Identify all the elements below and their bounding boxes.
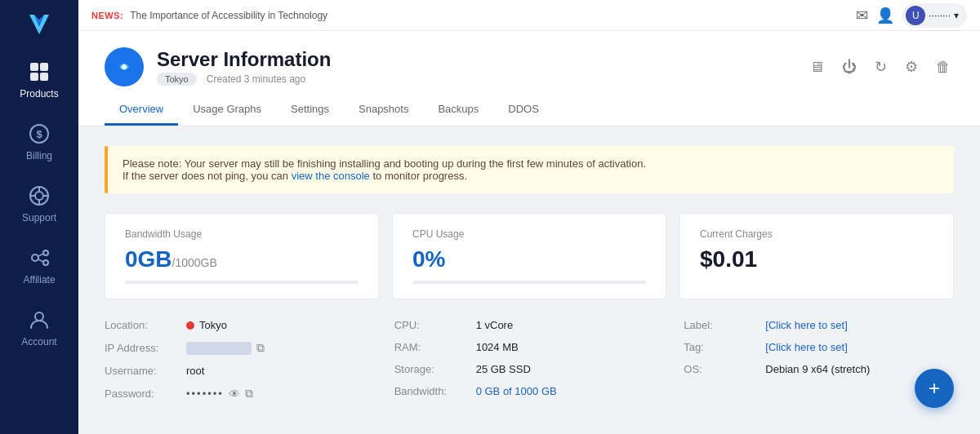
mail-icon[interactable]: ✉ (856, 7, 868, 24)
password-dots: ••••••• (186, 388, 224, 400)
bandwidth-value: 0 GB of 1000 GB (476, 385, 557, 397)
refresh-icon[interactable]: ↻ (871, 55, 890, 79)
tag-label: Tag: (684, 341, 765, 353)
password-label: Password: (105, 388, 186, 400)
sidebar-item-support-label: Support (22, 212, 56, 224)
server-logo-icon (105, 47, 144, 86)
detail-location: Location: Tokyo (105, 319, 375, 331)
avatar: U (906, 6, 925, 25)
stat-bandwidth-label: Bandwidth Usage (125, 228, 359, 240)
stat-charges-value: $0.01 (700, 246, 933, 272)
sidebar-item-billing-label: Billing (26, 150, 52, 162)
warning-banner: Please note: Your server may still be fi… (105, 146, 954, 193)
stat-bandwidth-value: 0GB/1000GB (125, 246, 359, 272)
username-label: Username: (105, 365, 186, 377)
user-chip[interactable]: U ········ ▾ (902, 3, 967, 28)
news-text: The Importance of Accessibility in Techn… (130, 10, 327, 21)
tab-usage-graphs[interactable]: Usage Graphs (178, 95, 276, 126)
sidebar-item-account[interactable]: Account (0, 297, 78, 359)
stats-row: Bandwidth Usage 0GB/1000GB CPU Usage 0% (105, 213, 954, 299)
server-location-tag: Tokyo (157, 73, 197, 86)
eye-icon[interactable]: 👁 (229, 388, 240, 401)
tabs: Overview Usage Graphs Settings Snapshots… (105, 95, 954, 126)
sidebar-item-billing[interactable]: $ Billing (0, 111, 78, 173)
stat-cpu-bar (412, 281, 646, 284)
server-title: Server Information (157, 48, 331, 71)
ip-copy-icon[interactable]: ⧉ (256, 341, 265, 355)
stat-cpu-value: 0% (412, 246, 646, 272)
detail-ram: RAM: 1024 MB (394, 341, 665, 353)
password-copy-icon[interactable]: ⧉ (245, 387, 253, 401)
tab-ddos[interactable]: DDOS (493, 95, 554, 126)
chevron-down-icon: ▾ (954, 10, 959, 21)
sidebar-item-affiliate-label: Affiliate (23, 274, 55, 286)
svg-point-9 (35, 192, 43, 200)
tag-value: [Click here to set] (765, 341, 847, 353)
svg-rect-5 (40, 73, 48, 81)
settings-icon[interactable]: ⚙ (902, 55, 921, 79)
location-label: Location: (105, 319, 186, 331)
console-link[interactable]: view the console (292, 170, 370, 182)
bandwidth-label: Bandwidth: (394, 385, 476, 397)
detail-label-field: Label: [Click here to set] (684, 319, 954, 331)
svg-point-16 (43, 260, 48, 265)
tab-settings[interactable]: Settings (276, 95, 344, 126)
tag-set-link[interactable]: [Click here to set] (765, 341, 847, 353)
username-display: ········ (929, 10, 951, 21)
detail-section-left: Location: Tokyo IP Address: ⧉ (105, 319, 375, 401)
detail-tag: Tag: [Click here to set] (684, 341, 954, 353)
svg-rect-3 (40, 63, 48, 71)
svg-point-14 (32, 255, 38, 261)
topbar: NEWS: The Importance of Accessibility in… (78, 0, 980, 31)
sidebar-item-support[interactable]: Support (0, 173, 78, 235)
fab-plus-icon: + (929, 377, 940, 400)
svg-line-17 (38, 254, 43, 256)
bandwidth-link[interactable]: 0 GB of 1000 GB (476, 385, 557, 397)
svg-line-18 (38, 259, 43, 262)
server-actions: 🖥 ⏻ ↻ ⚙ 🗑 (806, 55, 954, 79)
detail-password: Password: ••••••• 👁 ⧉ (105, 387, 375, 401)
detail-section-middle: CPU: 1 vCore RAM: 1024 MB Storage: 25 GB… (394, 319, 665, 401)
svg-text:$: $ (36, 128, 42, 140)
label-set-link[interactable]: [Click here to set] (765, 319, 847, 331)
sidebar-item-account-label: Account (21, 336, 56, 348)
warning-line1: Please note: Your server may still be fi… (122, 157, 939, 170)
detail-username: Username: root (105, 365, 375, 377)
ip-value: ⧉ (186, 341, 265, 355)
svg-rect-2 (30, 63, 38, 71)
tab-overview[interactable]: Overview (105, 95, 178, 126)
server-created: Created 3 minutes ago (207, 73, 305, 85)
console-icon[interactable]: 🖥 (806, 55, 827, 79)
tab-snapshots[interactable]: Snapshots (344, 95, 423, 126)
sidebar-item-products-label: Products (20, 88, 58, 100)
sidebar-item-affiliate[interactable]: Affiliate (0, 235, 78, 297)
fab-add-button[interactable]: + (915, 369, 954, 408)
server-header: Server Information Tokyo Created 3 minut… (78, 31, 980, 126)
ip-label: IP Address: (105, 342, 186, 354)
location-value: Tokyo (186, 319, 227, 331)
password-value: ••••••• 👁 ⧉ (186, 387, 253, 401)
os-label: OS: (684, 363, 765, 375)
svg-rect-4 (30, 73, 38, 81)
tab-backups[interactable]: Backups (423, 95, 493, 126)
topbar-right: ✉ 👤 U ········ ▾ (856, 3, 967, 28)
label-field-value: [Click here to set] (765, 319, 847, 331)
detail-section-right: Label: [Click here to set] Tag: [Click h… (684, 319, 954, 401)
stat-charges-label: Current Charges (700, 228, 933, 240)
sidebar-item-products[interactable]: Products (0, 49, 78, 111)
stat-card-charges: Current Charges $0.01 (679, 213, 954, 299)
delete-icon[interactable]: 🗑 (933, 55, 954, 79)
user-icon[interactable]: 👤 (876, 7, 894, 24)
ram-label: RAM: (394, 341, 476, 353)
label-field-label: Label: (684, 319, 765, 331)
sidebar-logo[interactable] (0, 0, 78, 49)
stat-cpu-label: CPU Usage (412, 228, 646, 240)
svg-point-15 (43, 250, 48, 255)
main-area: NEWS: The Importance of Accessibility in… (78, 0, 980, 434)
power-icon[interactable]: ⏻ (839, 55, 860, 79)
stat-card-cpu: CPU Usage 0% (392, 213, 666, 299)
svg-point-19 (35, 312, 43, 321)
svg-point-21 (122, 64, 127, 69)
server-title-info: Server Information Tokyo Created 3 minut… (157, 48, 331, 86)
stat-card-bandwidth: Bandwidth Usage 0GB/1000GB (105, 213, 379, 299)
